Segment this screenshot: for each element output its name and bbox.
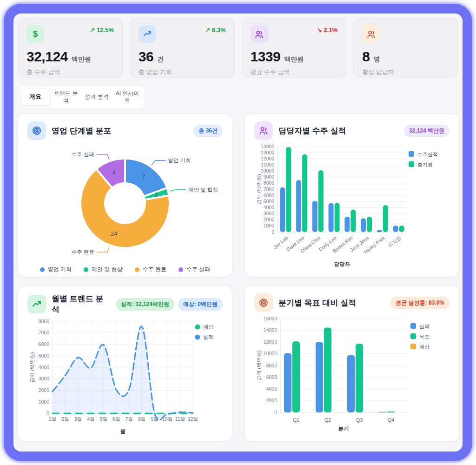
svg-text:제안 및 협상: 제안 및 협상 bbox=[188, 187, 218, 193]
svg-text:11월: 11월 bbox=[175, 416, 185, 422]
users-icon bbox=[251, 25, 268, 43]
achievement-badge: 평균 달성률: 83.0% bbox=[390, 297, 450, 309]
svg-text:6000: 6000 bbox=[39, 341, 50, 347]
rep-bar-chart: 0100020003000400050006000700080009000100… bbox=[254, 142, 450, 268]
svg-text:Q3: Q3 bbox=[356, 417, 363, 423]
svg-text:8월: 8월 bbox=[138, 416, 145, 422]
tab-performance-analysis[interactable]: 성과 분석 bbox=[81, 88, 112, 106]
svg-text:5000: 5000 bbox=[264, 199, 275, 204]
trend-badge: ↗ 12.5% bbox=[90, 27, 113, 33]
tab-bar: 개요 트렌드 분석 성과 분석 AI 인사이트 bbox=[18, 86, 145, 108]
svg-text:8000: 8000 bbox=[266, 363, 278, 368]
panel-title: 담당자별 수주 실적 bbox=[278, 126, 398, 136]
svg-text:0: 0 bbox=[274, 410, 277, 415]
svg-text:실적: 실적 bbox=[203, 334, 213, 340]
kpi-unit: 백만원 bbox=[284, 55, 304, 64]
svg-text:4000: 4000 bbox=[39, 365, 50, 370]
actual-badge: 실적: 32,124백만원 bbox=[116, 298, 174, 311]
total-count-badge: 총 36건 bbox=[193, 125, 223, 137]
svg-text:0: 0 bbox=[46, 411, 49, 416]
svg-text:수주 완료: 수주 완료 bbox=[71, 249, 94, 255]
svg-text:미지정: 미지정 bbox=[387, 235, 402, 248]
dollar-glyph: $ bbox=[33, 29, 38, 39]
dashboard-page: $ ↗ 12.5% 32,124백만원 총 수주 금액 ↗ 8.3% 36건 총… bbox=[13, 13, 463, 452]
kpi-label: 활성 담당자 bbox=[362, 68, 450, 76]
svg-text:12000: 12000 bbox=[264, 339, 277, 345]
trending-up-icon bbox=[139, 25, 156, 43]
svg-text:12000: 12000 bbox=[261, 156, 274, 161]
svg-text:Q2: Q2 bbox=[324, 417, 331, 423]
svg-text:수주실적: 수주실적 bbox=[417, 152, 438, 157]
tab-trend-analysis[interactable]: 트렌드 분석 bbox=[51, 88, 81, 106]
svg-text:3000: 3000 bbox=[39, 376, 50, 381]
kpi-label: 총 영업 기회 bbox=[139, 68, 226, 76]
svg-text:3월: 3월 bbox=[74, 416, 82, 422]
svg-text:금액 (백만원): 금액 (백만원) bbox=[29, 352, 35, 382]
panels-grid: 영업 단계별 분포 총 36건 7영업 기회1제안 및 협상24수주 완료4수주… bbox=[18, 113, 458, 442]
kpi-unit: 건 bbox=[157, 55, 164, 64]
svg-text:5월: 5월 bbox=[100, 416, 107, 422]
panel-rep-performance: 담당자별 수주 실적 32,124 백만원 010002000300040005… bbox=[245, 113, 459, 277]
panel-title: 영업 단계별 분포 bbox=[52, 126, 188, 136]
panel-quarterly-target: 분기별 목표 대비 실적 평균 달성률: 83.0% 0200040006000… bbox=[245, 286, 459, 442]
svg-text:13000: 13000 bbox=[261, 150, 274, 155]
svg-text:총기회: 총기회 bbox=[417, 162, 433, 167]
legend-item: 영업 기회 bbox=[40, 266, 72, 273]
svg-text:2000: 2000 bbox=[264, 217, 275, 222]
svg-text:8000: 8000 bbox=[39, 319, 50, 324]
trending-up-icon bbox=[27, 295, 46, 313]
tab-overview[interactable]: 개요 bbox=[20, 88, 51, 106]
legend-dot-icon bbox=[135, 267, 139, 272]
svg-text:10000: 10000 bbox=[261, 168, 274, 173]
svg-text:예상: 예상 bbox=[203, 324, 213, 330]
svg-text:4: 4 bbox=[112, 169, 115, 176]
tab-ai-insights[interactable]: AI 인사이트 bbox=[112, 88, 143, 106]
svg-text:8000: 8000 bbox=[264, 180, 275, 186]
kpi-card-opportunities: ↗ 8.3% 36건 총 영업 기회 bbox=[130, 18, 235, 78]
window-frame: $ ↗ 12.5% 32,124백만원 총 수주 금액 ↗ 8.3% 36건 총… bbox=[4, 4, 472, 461]
legend-dot-icon bbox=[178, 267, 183, 272]
svg-text:11000: 11000 bbox=[261, 162, 275, 167]
legend-item: 수주 실패 bbox=[178, 266, 210, 273]
svg-text:영업 기회: 영업 기회 bbox=[168, 158, 191, 163]
forecast-badge: 예상: 0백만원 bbox=[178, 298, 223, 311]
kpi-card-active-reps: 8명 활성 담당자 bbox=[353, 18, 458, 78]
svg-text:목표: 목표 bbox=[419, 334, 430, 339]
kpi-card-total-amount: $ ↗ 12.5% 32,124백만원 총 수주 금액 bbox=[18, 18, 123, 78]
svg-text:2월: 2월 bbox=[61, 416, 69, 422]
svg-text:분기: 분기 bbox=[338, 426, 349, 432]
target-icon bbox=[27, 121, 46, 140]
svg-text:예상: 예상 bbox=[419, 344, 430, 350]
svg-text:7000: 7000 bbox=[264, 186, 275, 192]
kpi-value: 32,124 bbox=[26, 49, 68, 65]
svg-text:0: 0 bbox=[271, 229, 274, 235]
panel-title: 월별 트렌드 분석 bbox=[52, 293, 110, 315]
svg-text:6월: 6월 bbox=[112, 416, 120, 422]
svg-text:2000: 2000 bbox=[39, 387, 50, 393]
users-icon bbox=[362, 25, 380, 43]
svg-text:Q4: Q4 bbox=[388, 417, 394, 423]
svg-text:9000: 9000 bbox=[264, 174, 275, 179]
dollar-icon: $ bbox=[26, 25, 44, 43]
trend-up-icon: ↗ bbox=[205, 27, 210, 33]
trend-up-icon: ↗ bbox=[90, 27, 95, 33]
svg-text:7000: 7000 bbox=[39, 330, 50, 335]
svg-text:1000: 1000 bbox=[264, 223, 275, 228]
legend-item: 제안 및 협상 bbox=[84, 266, 123, 273]
kpi-label: 평균 수주 금액 bbox=[251, 68, 338, 76]
svg-text:담당자: 담당자 bbox=[334, 261, 350, 267]
svg-text:1월: 1월 bbox=[49, 416, 56, 422]
trend-down-icon: ↘ bbox=[317, 27, 322, 33]
svg-text:7월: 7월 bbox=[126, 416, 133, 422]
svg-text:12월: 12월 bbox=[188, 416, 198, 422]
panel-title: 분기별 목표 대비 실적 bbox=[278, 298, 385, 308]
kpi-label: 총 수주 금액 bbox=[26, 68, 114, 76]
svg-text:5000: 5000 bbox=[39, 353, 50, 359]
svg-text:7: 7 bbox=[142, 173, 145, 180]
legend-dot-icon bbox=[40, 267, 45, 272]
svg-text:실적: 실적 bbox=[419, 324, 430, 329]
svg-text:14000: 14000 bbox=[264, 327, 277, 333]
donut-legend: 영업 기회제안 및 협상수주 완료수주 실패 bbox=[27, 266, 223, 273]
svg-text:16000: 16000 bbox=[264, 316, 277, 321]
target-icon bbox=[254, 293, 273, 312]
